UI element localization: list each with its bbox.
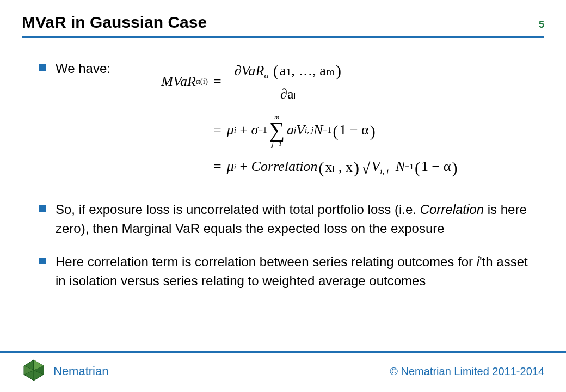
sqrt: √ Vi, i [361,157,391,176]
equation-line-2: = μi + σ−1 m ∑ j=1 aj Vi, j N−1 (1 − α) [143,113,533,147]
plus-sign: + [236,122,251,138]
sum-lower: j=1 [272,140,282,147]
sqrt-body: Vi, i [369,157,391,176]
bullet-row-1: We have: MVaRα(i) = ∂VaRα (a₁, …, aₘ) [39,59,533,186]
brand-name: Nematrian [53,364,108,378]
lhs-symbol: MVaR [161,74,196,90]
slide: MVaR in Gaussian Case 5 We have: MVaRα(i… [0,0,566,392]
equation-line-3: = μi + Correlation (xᵢ , x) √ Vi, i N−1 … [143,157,533,176]
V-ij: V [296,122,305,138]
fraction-numerator: ∂VaRα (a₁, …, aₘ) [230,59,347,82]
num-dvar: ∂VaR [235,63,264,78]
bullet-row-3: Here correlation term is correlation bet… [39,253,533,291]
slide-title: MVaR in Gaussian Case [22,13,207,32]
fraction-denominator: ∂aᵢ [276,84,300,103]
lhs-sub: α [196,77,200,86]
N-arg: 1 − α [339,122,368,138]
paren-close: ) [353,158,360,177]
V-ii-sub: i, i [380,167,389,176]
paren-open: ( [272,62,280,79]
bullet-row-2: So, if exposure loss is uncorrelated wit… [39,200,533,238]
lhs-sup: (i) [200,77,208,86]
num-args: a₁, …, aₘ [280,63,335,78]
bullet-lead: We have: [39,59,137,78]
logo-icon [22,358,46,384]
sum-symbol-icon: ∑ [269,120,285,140]
V-ij-sub: i, j [305,126,313,135]
math-block: MVaRα(i) = ∂VaRα (a₁, …, aₘ) ∂aᵢ [137,59,533,186]
N-arg: 1 − α [421,158,451,175]
num-dvar-sub: α [264,71,268,80]
b3-part-a: Here correlation term is correlation bet… [56,254,477,269]
summation: m ∑ j=1 [269,113,285,147]
bullet-1-text: We have: [56,59,110,78]
V-ii: V [371,158,380,174]
paren-close: ) [369,122,377,140]
fraction: ∂VaRα (a₁, …, aₘ) ∂aᵢ [230,59,347,103]
paren-close: ) [335,62,342,79]
slide-body: We have: MVaRα(i) = ∂VaRα (a₁, …, aₘ) [0,38,566,291]
N: N [396,158,405,175]
eq-lhs: MVaRα(i) [143,74,208,90]
mu: μ [227,158,234,175]
bullet-icon [39,64,46,71]
sigma-exp: −1 [258,126,267,135]
paren-close: ) [451,158,458,177]
brand: Nematrian [22,358,108,384]
paren-open: ( [331,122,339,140]
equals-sign: = [208,74,227,90]
equals-sign: = [208,158,227,175]
b2-part-a: So, if exposure loss is uncorrelated wit… [56,202,420,217]
mu: μ [227,122,234,138]
b2-em: Correlation [420,202,484,217]
paren-open: ( [317,158,325,177]
a-j: a [287,122,294,138]
copyright: © Nematrian Limited 2011-2014 [390,365,544,378]
bullet-2-text: So, if exposure loss is uncorrelated wit… [56,200,533,238]
corr-args: xᵢ , x [325,158,353,175]
sigma: σ [251,122,259,138]
N: N [313,122,323,138]
correlation-word: Correlation [251,158,318,175]
N-exp: −1 [323,126,331,135]
fraction-bar [230,83,347,83]
equals-sign: = [208,122,227,138]
equation-line-1: MVaRα(i) = ∂VaRα (a₁, …, aₘ) ∂aᵢ [143,59,533,103]
paren-open: ( [414,158,421,177]
header: MVaR in Gaussian Case 5 [0,0,566,36]
plus-sign: + [236,158,251,175]
bullet-icon [39,205,46,212]
bullet-icon [39,258,46,264]
N-exp: −1 [405,162,414,171]
bullet-3-text: Here correlation term is correlation bet… [56,253,533,291]
footer: Nematrian © Nematrian Limited 2011-2014 [0,351,566,392]
page-number: 5 [539,19,544,30]
